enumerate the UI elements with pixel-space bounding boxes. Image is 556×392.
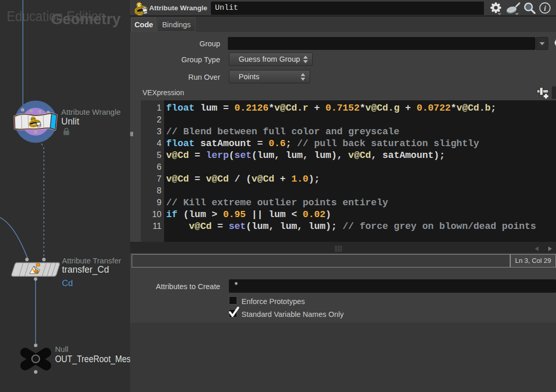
svg-text:Attribute Transfer: Attribute Transfer xyxy=(62,256,121,265)
svg-text:OUT_TreeRoot_Mes: OUT_TreeRoot_Mes xyxy=(55,354,130,365)
svg-text:Geometry: Geometry xyxy=(51,11,120,27)
svg-text:Unlit: Unlit xyxy=(61,116,79,127)
svg-text:Null: Null xyxy=(55,345,68,353)
svg-text:Attribute Wrangle: Attribute Wrangle xyxy=(61,108,121,116)
svg-text:transfer_Cd: transfer_Cd xyxy=(62,264,109,275)
svg-text:Cd: Cd xyxy=(62,278,73,288)
svg-text:i: i xyxy=(544,4,546,12)
